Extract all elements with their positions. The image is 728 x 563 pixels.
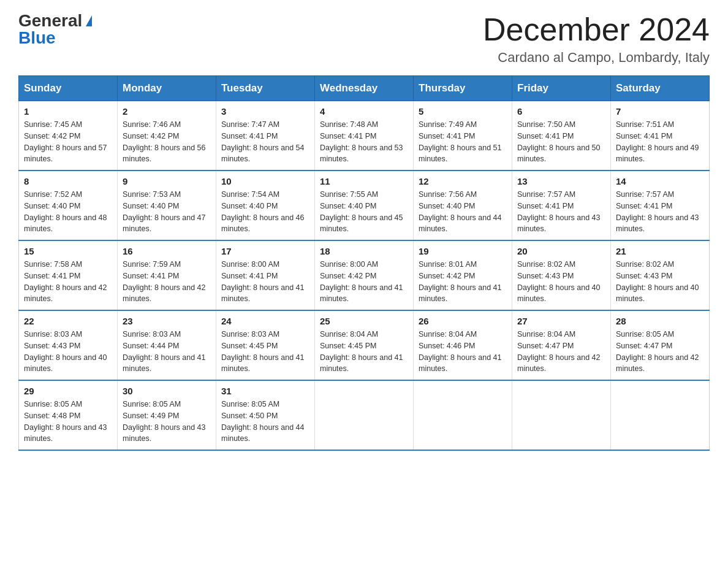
day-info: Sunrise: 8:04 AM Sunset: 4:45 PM Dayligh… [320,329,408,375]
calendar-cell: 20 Sunrise: 8:02 AM Sunset: 4:43 PM Dayl… [512,240,611,310]
day-info: Sunrise: 7:54 AM Sunset: 4:40 PM Dayligh… [221,189,309,235]
calendar-cell: 1 Sunrise: 7:45 AM Sunset: 4:42 PM Dayli… [19,101,118,171]
day-info: Sunrise: 7:50 AM Sunset: 4:41 PM Dayligh… [517,119,605,165]
day-number: 19 [419,246,507,256]
day-info: Sunrise: 8:05 AM Sunset: 4:49 PM Dayligh… [123,399,211,445]
calendar-cell: 15 Sunrise: 7:58 AM Sunset: 4:41 PM Dayl… [19,240,118,310]
day-number: 2 [123,106,211,117]
calendar-subtitle: Cardano al Campo, Lombardy, Italy [483,50,710,66]
calendar-cell: 23 Sunrise: 8:03 AM Sunset: 4:44 PM Dayl… [118,310,216,380]
day-info: Sunrise: 8:05 AM Sunset: 4:48 PM Dayligh… [24,399,112,445]
calendar-week-row: 8 Sunrise: 7:52 AM Sunset: 4:40 PM Dayli… [19,170,710,240]
calendar-cell: 4 Sunrise: 7:48 AM Sunset: 4:41 PM Dayli… [315,101,414,171]
calendar-title: December 2024 [483,12,710,47]
calendar-cell: 17 Sunrise: 8:00 AM Sunset: 4:41 PM Dayl… [216,240,315,310]
day-info: Sunrise: 7:46 AM Sunset: 4:42 PM Dayligh… [123,119,211,165]
calendar-cell: 18 Sunrise: 8:00 AM Sunset: 4:42 PM Dayl… [315,240,414,310]
calendar-week-row: 29 Sunrise: 8:05 AM Sunset: 4:48 PM Dayl… [19,380,710,450]
day-number: 22 [24,316,112,326]
day-number: 4 [320,106,408,117]
day-number: 10 [221,176,309,186]
day-info: Sunrise: 7:45 AM Sunset: 4:42 PM Dayligh… [24,119,112,165]
day-info: Sunrise: 8:04 AM Sunset: 4:47 PM Dayligh… [517,329,605,375]
logo: General Blue [18,12,92,47]
day-number: 25 [320,316,408,326]
logo-general-text: General [18,12,82,29]
day-info: Sunrise: 7:55 AM Sunset: 4:40 PM Dayligh… [320,189,408,235]
day-info: Sunrise: 7:58 AM Sunset: 4:41 PM Dayligh… [24,259,112,305]
calendar-cell: 27 Sunrise: 8:04 AM Sunset: 4:47 PM Dayl… [512,310,611,380]
day-info: Sunrise: 8:03 AM Sunset: 4:43 PM Dayligh… [24,329,112,375]
calendar-cell: 10 Sunrise: 7:54 AM Sunset: 4:40 PM Dayl… [216,170,315,240]
calendar-week-row: 15 Sunrise: 7:58 AM Sunset: 4:41 PM Dayl… [19,240,710,310]
day-info: Sunrise: 8:03 AM Sunset: 4:44 PM Dayligh… [123,329,211,375]
day-info: Sunrise: 7:59 AM Sunset: 4:41 PM Dayligh… [123,259,211,305]
day-number: 27 [517,316,605,326]
calendar-cell: 16 Sunrise: 7:59 AM Sunset: 4:41 PM Dayl… [118,240,216,310]
weekday-header-monday: Monday [118,76,216,101]
day-info: Sunrise: 8:04 AM Sunset: 4:46 PM Dayligh… [419,329,507,375]
day-info: Sunrise: 8:02 AM Sunset: 4:43 PM Dayligh… [616,259,704,305]
day-info: Sunrise: 8:00 AM Sunset: 4:42 PM Dayligh… [320,259,408,305]
title-block: December 2024 Cardano al Campo, Lombardy… [483,12,710,66]
calendar-cell [512,380,611,450]
day-number: 20 [517,246,605,256]
calendar-cell: 14 Sunrise: 7:57 AM Sunset: 4:41 PM Dayl… [611,170,710,240]
day-info: Sunrise: 7:53 AM Sunset: 4:40 PM Dayligh… [123,189,211,235]
weekday-header-tuesday: Tuesday [216,76,315,101]
calendar-cell: 28 Sunrise: 8:05 AM Sunset: 4:47 PM Dayl… [611,310,710,380]
calendar-cell: 24 Sunrise: 8:03 AM Sunset: 4:45 PM Dayl… [216,310,315,380]
day-info: Sunrise: 7:49 AM Sunset: 4:41 PM Dayligh… [419,119,507,165]
calendar-cell: 19 Sunrise: 8:01 AM Sunset: 4:42 PM Dayl… [414,240,512,310]
calendar-cell [315,380,414,450]
day-info: Sunrise: 8:01 AM Sunset: 4:42 PM Dayligh… [419,259,507,305]
day-info: Sunrise: 7:47 AM Sunset: 4:41 PM Dayligh… [221,119,309,165]
day-number: 15 [24,246,112,256]
calendar-cell: 31 Sunrise: 8:05 AM Sunset: 4:50 PM Dayl… [216,380,315,450]
day-info: Sunrise: 8:05 AM Sunset: 4:50 PM Dayligh… [221,399,309,445]
day-number: 24 [221,316,309,326]
day-number: 11 [320,176,408,186]
day-info: Sunrise: 8:03 AM Sunset: 4:45 PM Dayligh… [221,329,309,375]
day-number: 12 [419,176,507,186]
calendar-cell: 3 Sunrise: 7:47 AM Sunset: 4:41 PM Dayli… [216,101,315,171]
day-number: 30 [123,386,211,396]
day-info: Sunrise: 7:52 AM Sunset: 4:40 PM Dayligh… [24,189,112,235]
day-info: Sunrise: 7:51 AM Sunset: 4:41 PM Dayligh… [616,119,704,165]
calendar-cell: 21 Sunrise: 8:02 AM Sunset: 4:43 PM Dayl… [611,240,710,310]
calendar-cell: 6 Sunrise: 7:50 AM Sunset: 4:41 PM Dayli… [512,101,611,171]
day-number: 6 [517,106,605,117]
weekday-header-thursday: Thursday [414,76,512,101]
day-number: 9 [123,176,211,186]
day-number: 23 [123,316,211,326]
day-number: 1 [24,106,112,117]
calendar-cell: 22 Sunrise: 8:03 AM Sunset: 4:43 PM Dayl… [19,310,118,380]
calendar-cell: 25 Sunrise: 8:04 AM Sunset: 4:45 PM Dayl… [315,310,414,380]
calendar-week-row: 1 Sunrise: 7:45 AM Sunset: 4:42 PM Dayli… [19,101,710,171]
calendar-cell: 12 Sunrise: 7:56 AM Sunset: 4:40 PM Dayl… [414,170,512,240]
calendar-cell: 26 Sunrise: 8:04 AM Sunset: 4:46 PM Dayl… [414,310,512,380]
day-info: Sunrise: 7:57 AM Sunset: 4:41 PM Dayligh… [517,189,605,235]
day-number: 13 [517,176,605,186]
weekday-header-row: SundayMondayTuesdayWednesdayThursdayFrid… [19,76,710,101]
day-number: 16 [123,246,211,256]
calendar-cell: 7 Sunrise: 7:51 AM Sunset: 4:41 PM Dayli… [611,101,710,171]
calendar-cell: 9 Sunrise: 7:53 AM Sunset: 4:40 PM Dayli… [118,170,216,240]
day-info: Sunrise: 7:57 AM Sunset: 4:41 PM Dayligh… [616,189,704,235]
calendar-cell: 5 Sunrise: 7:49 AM Sunset: 4:41 PM Dayli… [414,101,512,171]
weekday-header-wednesday: Wednesday [315,76,414,101]
logo-blue-text: Blue [18,29,56,47]
day-info: Sunrise: 7:48 AM Sunset: 4:41 PM Dayligh… [320,119,408,165]
calendar-cell: 8 Sunrise: 7:52 AM Sunset: 4:40 PM Dayli… [19,170,118,240]
calendar-week-row: 22 Sunrise: 8:03 AM Sunset: 4:43 PM Dayl… [19,310,710,380]
day-info: Sunrise: 8:00 AM Sunset: 4:41 PM Dayligh… [221,259,309,305]
calendar-cell: 30 Sunrise: 8:05 AM Sunset: 4:49 PM Dayl… [118,380,216,450]
day-number: 5 [419,106,507,117]
day-number: 28 [616,316,704,326]
day-info: Sunrise: 8:02 AM Sunset: 4:43 PM Dayligh… [517,259,605,305]
calendar-cell [611,380,710,450]
day-number: 14 [616,176,704,186]
day-number: 7 [616,106,704,117]
day-number: 31 [221,386,309,396]
day-number: 3 [221,106,309,117]
